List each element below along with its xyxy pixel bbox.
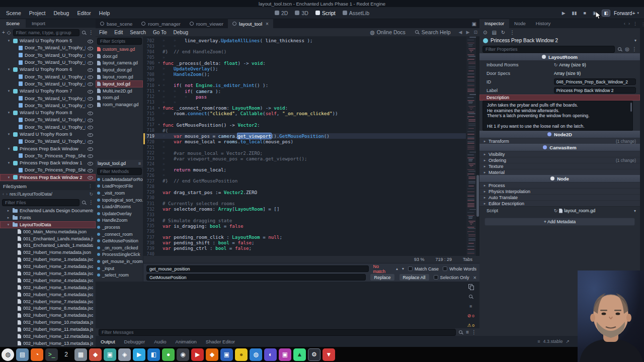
caret-position[interactable]: 719 : 29 (435, 257, 452, 262)
log-options-icon[interactable]: ≡ (466, 329, 469, 335)
float-panel-icon[interactable]: ⊡ (471, 30, 479, 35)
code-editor[interactable]: 702»»line_overlay.UpdateAllLines( line_t… (143, 37, 479, 256)
expand-arrow[interactable]: ▾ (6, 223, 11, 227)
code-line[interactable]: 740 (143, 251, 466, 256)
close-tab-icon[interactable]: × (266, 21, 269, 27)
search-input[interactable] (146, 265, 369, 272)
scene-tree-row[interactable]: ▾Princess Prep Back Window 2 (0, 174, 96, 181)
code-line[interactable]: 731# Currently selected rooms (143, 201, 466, 206)
filesystem-menu-icon[interactable]: ⋮ (89, 200, 94, 205)
refresh-icon[interactable]: ↻ (89, 192, 93, 197)
code-line[interactable]: 734# Simulate dragging state (143, 218, 466, 223)
code-line[interactable]: 727#} // end GetMousePosition (143, 178, 466, 184)
code-line[interactable]: 732var selected_rooms: Array[LayoutRoom]… (143, 206, 466, 212)
taskbar-icon-1[interactable]: ▤ (16, 348, 29, 361)
method-item[interactable]: _on_room_clicked (96, 244, 143, 251)
method-item[interactable]: LoadProjectFile (96, 183, 143, 190)
scene-tree-row[interactable]: Door_To_Wizard_U_Trophy_Ro... (0, 138, 96, 145)
filesystem-row[interactable]: 002_Hubert_Home_3.metadata.json (0, 270, 96, 277)
error-filter-toggle[interactable]: ⊘ 0 (467, 313, 474, 318)
visibility-toggle-icon[interactable] (88, 45, 93, 50)
taskbar-icon-18[interactable]: ◐ (264, 348, 277, 361)
inspector-category[interactable]: CanvasItem (479, 144, 640, 151)
bottom-tab-audio[interactable]: Audio (154, 339, 166, 344)
description-textarea[interactable]: John takes the prybar and pulls off the … (482, 101, 633, 131)
method-item[interactable]: ProcessSingleClick (96, 251, 143, 258)
inspected-node-header[interactable]: Princess Prep Back Window 2 ▾ (479, 36, 640, 45)
revert-icon[interactable]: ↻ (554, 208, 558, 213)
inspector-tab-inspector[interactable]: Inspector (479, 19, 509, 28)
code-line[interactable]: 706▾func _process(_delta: float) -> void… (143, 60, 466, 66)
pause-button[interactable]: ▮▮ (571, 10, 579, 16)
inspector-tab-history[interactable]: History (531, 19, 556, 28)
method-item[interactable]: _visit_room (96, 190, 143, 197)
log-menu-icon[interactable]: ⋮ (471, 329, 476, 335)
visibility-toggle-icon[interactable] (88, 74, 93, 79)
visibility-toggle-icon[interactable] (88, 139, 93, 144)
selection-only-checkbox[interactable]: Selection Only (434, 275, 469, 280)
code-scrollbar[interactable] (476, 37, 479, 256)
bottom-tab-animation[interactable]: Animation (176, 339, 197, 344)
filesystem-row[interactable]: 002_Hubert_Home_7.metadata.json (0, 298, 96, 305)
method-item[interactable]: UpdateOverlay (96, 210, 143, 217)
scene-tree-row[interactable]: ▾Wizard U Trophy Room 7 (0, 87, 96, 95)
filter-messages-input[interactable] (99, 329, 456, 336)
filter-properties-input[interactable] (482, 46, 615, 53)
filesystem-row[interactable]: 002_Hubert_Home_2.metadata.json (0, 263, 96, 270)
whole-words-checkbox[interactable]: Whole Words (443, 266, 476, 272)
scene-tree-row[interactable]: Door_To_Wizard_U_Trophy_Ro... (0, 73, 96, 80)
history-forward-icon[interactable]: ▶ (464, 30, 472, 35)
scene-tree-row[interactable]: Door_To_Princess_Prep_Shed_1 (0, 152, 96, 159)
scrollbar-thumb[interactable] (476, 175, 479, 217)
scene-dock-tab-scene[interactable]: Scene (0, 19, 26, 28)
filesystem-row[interactable]: 001_Enchanted_Lands.metadata.json (0, 235, 96, 242)
filesystem-row[interactable]: 002_Hubert_Home_6.metadata.json (0, 291, 96, 298)
play-button[interactable]: ▶ (560, 10, 567, 16)
property-value[interactable]: ↻Array (size 9) (554, 62, 636, 67)
script-item[interactable]: MultiLine2D.gd (96, 87, 143, 95)
visibility-toggle-icon[interactable] (88, 67, 93, 72)
code-line[interactable]: 726» (143, 172, 466, 178)
bottom-tab-output[interactable]: Output (101, 339, 115, 344)
script-item[interactable]: layout_camera.gd (96, 60, 143, 67)
property-row[interactable]: ID048_Princess_Prep_Back_Window_2 (479, 77, 640, 86)
property-group[interactable]: ▸Physics Interpolation (479, 188, 640, 194)
scene-tree-row[interactable]: Door_To_Wizard_U_Trophy_Ro... (0, 116, 96, 123)
visibility-toggle-icon[interactable] (88, 117, 93, 122)
property-group[interactable]: ▸Material (479, 169, 640, 175)
filesystem-row[interactable]: 002_Hubert_Home_1.metadata.json (0, 256, 96, 263)
taskbar-icon-9[interactable]: ▶ (133, 348, 145, 361)
expand-arrow[interactable]: ▾ (7, 67, 11, 71)
property-value[interactable]: Princess Prep Back Window 2 (554, 87, 636, 94)
inspector-category[interactable]: LayoutRoom (479, 53, 640, 60)
method-item[interactable]: _connect_room (96, 231, 143, 238)
filesystem-row[interactable]: 002_Hubert_Home_10.metadata.json (0, 319, 96, 326)
inspector-tab-node[interactable]: Node (509, 19, 531, 28)
method-item[interactable]: LoadAllRooms (96, 203, 143, 210)
code-line[interactable]: 735var is_dragging: bool = false (143, 223, 466, 229)
code-line[interactable]: 729var drag_start_pos := Vector2.ZERO (143, 190, 466, 195)
filesystem-row[interactable]: 002_Hubert_Home_8.metadata.json (0, 305, 96, 312)
code-line[interactable]: 738var pending_shift : bool = false; (143, 240, 466, 245)
visibility-toggle-icon[interactable] (88, 160, 93, 165)
visibility-toggle-icon[interactable] (88, 103, 93, 108)
code-line[interactable]: 736 (143, 229, 466, 234)
replace-input[interactable] (146, 274, 366, 281)
taskbar-icon-19[interactable]: ▣ (279, 348, 291, 361)
scene-tree-row[interactable]: Door_To_Princess_Prep_Shed_1 (0, 166, 96, 173)
back-icon[interactable]: ‹ (3, 192, 4, 197)
property-menu-icon[interactable]: ⋮ (632, 46, 637, 52)
filesystem-row[interactable]: ▸Fonts (0, 214, 96, 221)
warning-filter-toggle[interactable]: ⚠ 0 (467, 323, 474, 328)
filesystem-row[interactable]: 000_Main_Menu.metadata.json (0, 228, 96, 235)
script-menu-search[interactable]: Search (126, 30, 149, 35)
expand-arrow[interactable]: ▸ (6, 216, 11, 220)
filesystem-row[interactable]: 002_Hubert_Home_4.metadata.json (0, 277, 96, 284)
taskbar-icon-13[interactable]: ▶ (191, 348, 204, 361)
filesystem-row[interactable]: 002_Hubert_Home_12.metadata.json (0, 333, 96, 340)
filesystem-row[interactable]: 002_Hubert_Home_13.metadata.json (0, 340, 96, 347)
property-group[interactable]: ▸Texture (479, 163, 640, 169)
visibility-toggle-icon[interactable] (88, 88, 93, 94)
revert-icon[interactable]: ↻ (554, 62, 558, 67)
method-item[interactable]: _input (96, 265, 143, 272)
